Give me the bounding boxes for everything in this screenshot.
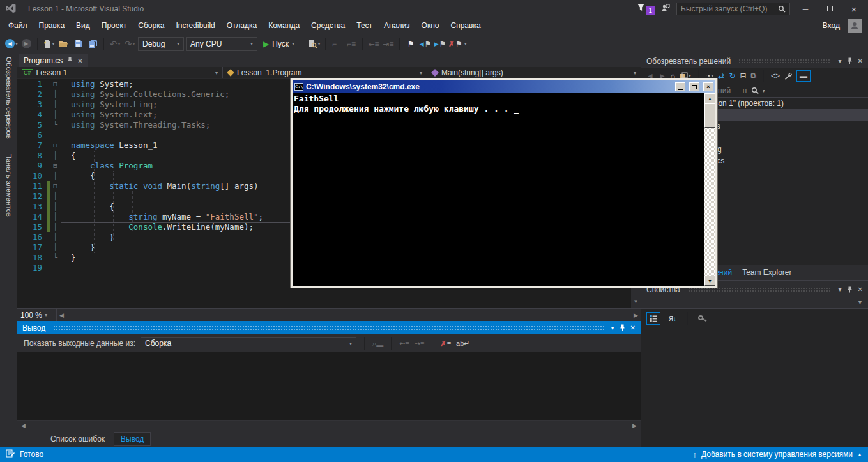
next-bookmark-button[interactable]: ▶⚑ [434,37,446,51]
tab-error-list[interactable]: Список ошибок [44,433,111,445]
menu-item[interactable]: Средства [305,19,351,33]
minimize-button[interactable]: ─ [796,4,814,13]
cmd-output[interactable]: FaithSellДля продолжения нажмите любую к… [293,93,704,286]
open-file-button[interactable] [57,37,70,51]
document-tab-program-cs[interactable]: Program.cs ✕ [19,54,88,67]
refresh-icon[interactable]: ↻ [729,71,735,80]
toolbar-overflow-button[interactable]: ▾ [464,41,467,47]
cmd-minimize-button[interactable] [675,82,685,91]
properties-object-combo[interactable]: ▼ [641,296,868,309]
uncomment-button[interactable]: ⌐≡ [345,37,358,51]
solution-configuration-combo[interactable]: Debug▾ [138,37,184,51]
previous-message-icon[interactable]: ⇠≡ [399,339,409,348]
cmd-maximize-button[interactable] [689,82,699,91]
save-all-button[interactable] [86,37,99,51]
outline-margin[interactable]: ⊟ [50,161,61,171]
cmd-titlebar[interactable]: C:\ C:\Windows\system32\cmd.exe × [293,80,715,93]
menu-item[interactable]: Команда [263,19,305,33]
property-pages-icon[interactable] [696,312,710,325]
cmd-scroll-up-icon[interactable]: ▲ [704,93,715,103]
clear-all-icon[interactable]: ✗≡ [440,339,451,348]
editor-horizontal-scrollbar[interactable]: ◀▶ [57,309,641,321]
panel-close-icon[interactable]: ✕ [630,324,636,331]
find-message-icon[interactable]: ⌕▂ [372,339,383,348]
sync-with-active-document-icon[interactable]: ⇄ [718,71,724,80]
auto-hide-pin-icon[interactable] [847,286,853,293]
panel-close-icon[interactable]: ✕ [858,286,863,293]
cmd-vertical-scrollbar[interactable]: ▲ ▼ [704,93,715,286]
rail-tab[interactable]: Панель элементов [5,153,13,217]
member-dropdown[interactable]: Main(string[] args)▾ [427,67,641,78]
new-project-button[interactable]: ▾ [42,37,55,51]
close-button[interactable]: × [845,4,863,15]
cmd-window[interactable]: C:\ C:\Windows\system32\cmd.exe × FaithS… [291,78,717,288]
solution-platform-combo[interactable]: Any CPU▾ [186,37,257,51]
cmd-scroll-thumb[interactable] [704,103,715,128]
cmd-scroll-down-icon[interactable]: ▼ [704,276,715,286]
tab-output[interactable]: Вывод [114,432,151,446]
project-dropdown[interactable]: C# Lesson 1▾ [17,67,223,78]
menu-item[interactable]: Сборка [132,19,170,33]
auto-hide-pin-icon[interactable] [847,57,853,64]
window-position-icon[interactable]: ▾ [611,324,614,331]
output-panel-titlebar[interactable]: Вывод ▾ ✕ [17,321,641,334]
find-in-files-button[interactable]: ▾ [308,37,321,51]
menu-item[interactable]: Анализ [378,19,416,33]
rail-tab[interactable]: Обозреватель серверов [5,57,13,139]
cmd-close-button[interactable]: × [703,82,713,91]
editor-zoom-combo[interactable]: 100 %▾ [17,309,57,321]
tab-close-icon[interactable]: ✕ [77,57,82,64]
properties-icon[interactable] [784,72,792,80]
output-horizontal-scrollbar[interactable]: ◀▶ [17,420,641,431]
restore-button[interactable] [821,4,839,13]
solution-explorer-titlebar[interactable]: Обозреватель решений ▾ ✕ [641,54,868,68]
output-source-combo[interactable]: Сборка▾ [141,337,356,350]
next-message-icon[interactable]: ⇢≡ [415,339,425,348]
decrease-indent-button[interactable]: ⇤≡ [367,37,380,51]
increase-indent-button[interactable]: ⇥≡ [382,37,395,51]
notifications-button[interactable]: 1 [637,3,655,15]
navigate-back-button[interactable]: ◀▾ [5,37,18,51]
outline-margin[interactable]: ⊟ [50,140,61,151]
categorized-icon[interactable] [646,312,660,325]
account-avatar[interactable] [848,19,862,33]
tab-team-explorer[interactable]: Team Explorer [742,268,791,277]
menu-item[interactable]: Тест [351,19,378,33]
outline-margin[interactable]: ⊟ [50,181,61,191]
search-options-caret[interactable]: ▾ [763,88,864,94]
source-control-caret-icon[interactable]: ▲ [857,452,862,458]
navigate-forward-button[interactable]: ▶ [20,37,33,51]
clear-bookmarks-button[interactable]: ✗⚑ [448,37,462,51]
view-code-icon[interactable]: <> [771,71,780,80]
menu-item[interactable]: Файл [3,19,33,33]
menu-item[interactable]: Incredibuild [170,19,220,33]
menu-item[interactable]: Окно [416,19,445,33]
auto-hide-pin-icon[interactable] [620,324,625,331]
start-debug-button[interactable]: ▶Пуск▾ [259,40,298,48]
quick-launch-search[interactable]: Быстрый запуск (Ctrl+Q) [676,3,790,15]
pin-icon[interactable] [67,57,73,65]
sign-in-link[interactable]: Вход [815,21,848,30]
window-position-icon[interactable]: ▾ [839,286,842,293]
type-dropdown[interactable]: Lesson_1.Program▾ [223,67,427,78]
preview-selected-items-icon[interactable]: ⧉ [751,71,757,80]
show-all-files-icon[interactable]: ▬ [796,70,811,82]
collapse-all-icon[interactable]: ⊟ [740,71,746,80]
toggle-bookmark-button[interactable]: ⚑ [404,37,417,51]
panel-close-icon[interactable]: ✕ [858,57,863,64]
window-position-icon[interactable]: ▾ [839,57,842,64]
menu-item[interactable]: Справка [445,19,487,33]
menu-item[interactable]: Правка [33,19,71,33]
undo-button[interactable]: ↶▾ [109,37,121,51]
output-content[interactable] [17,352,641,420]
add-to-source-control-button[interactable]: Добавить в систему управления версиями [701,450,853,459]
word-wrap-icon[interactable]: ab↵ [456,339,469,348]
menu-item[interactable]: Вид [70,19,96,33]
feedback-icon[interactable] [661,4,670,14]
menu-item[interactable]: Отладка [221,19,263,33]
previous-bookmark-button[interactable]: ◀⚑ [419,37,432,51]
redo-button[interactable]: ↷▾ [123,37,136,51]
menu-item[interactable]: Проект [96,19,133,33]
save-button[interactable] [72,37,84,51]
outline-margin[interactable]: ⊟ [50,79,61,89]
